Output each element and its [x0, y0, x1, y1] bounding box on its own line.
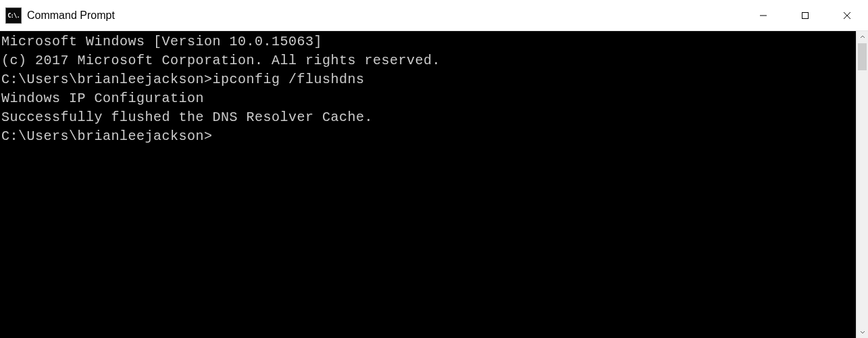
terminal-line: Windows IP Configuration [1, 89, 856, 108]
window-controls [742, 0, 868, 30]
close-icon [843, 11, 851, 20]
chevron-down-icon [860, 329, 865, 335]
titlebar-left: C:\. Command Prompt [0, 7, 742, 24]
terminal-line: (c) 2017 Microsoft Corporation. All righ… [1, 51, 856, 70]
svg-rect-1 [802, 12, 809, 18]
close-button[interactable] [826, 0, 868, 30]
chevron-up-icon [860, 34, 865, 40]
scroll-down-arrow-icon[interactable] [857, 326, 868, 338]
terminal-line: C:\Users\brianleejackson> [1, 127, 856, 146]
scroll-track[interactable] [857, 43, 868, 326]
maximize-icon [801, 11, 809, 20]
scroll-thumb[interactable] [858, 43, 867, 70]
terminal-output[interactable]: Microsoft Windows [Version 10.0.15063](c… [0, 31, 856, 338]
window-titlebar: C:\. Command Prompt [0, 0, 868, 31]
maximize-button[interactable] [784, 0, 826, 30]
terminal-line: C:\Users\brianleejackson>ipconfig /flush… [1, 70, 856, 89]
minimize-icon [759, 11, 767, 20]
content-area: Microsoft Windows [Version 10.0.15063](c… [0, 31, 868, 338]
window-title: Command Prompt [27, 9, 115, 22]
minimize-button[interactable] [742, 0, 784, 30]
vertical-scrollbar[interactable] [856, 31, 868, 338]
scroll-up-arrow-icon[interactable] [857, 31, 868, 43]
terminal-line: Successfully flushed the DNS Resolver Ca… [1, 108, 856, 127]
terminal-line: Microsoft Windows [Version 10.0.15063] [1, 32, 856, 51]
command-prompt-icon: C:\. [5, 7, 22, 24]
